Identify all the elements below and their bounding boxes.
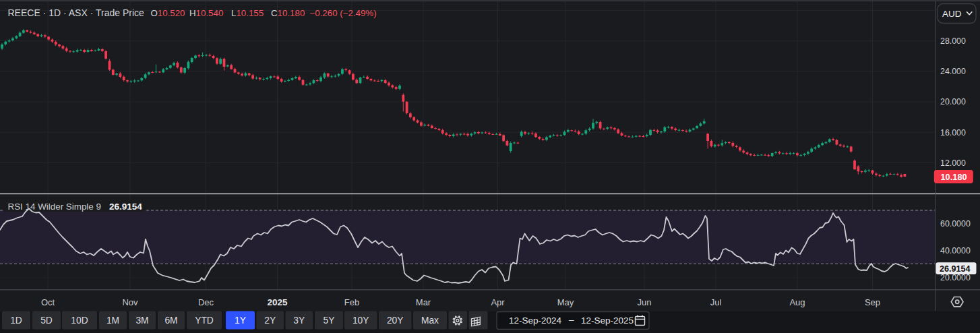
svg-text:16.000: 16.000 (940, 128, 966, 138)
svg-text:Mar: Mar (416, 297, 431, 307)
svg-text:10D: 10D (71, 315, 88, 326)
svg-text:3Y: 3Y (293, 315, 305, 326)
svg-text:20.000: 20.000 (940, 97, 966, 107)
svg-text:Jul: Jul (710, 297, 722, 307)
svg-text:12-Sep-2024: 12-Sep-2024 (509, 315, 562, 326)
svg-text:5Y: 5Y (324, 315, 335, 326)
svg-text:Nov: Nov (122, 297, 138, 307)
svg-text:1D: 1D (10, 315, 22, 326)
svg-text:L10.155: L10.155 (231, 8, 264, 18)
svg-text:C10.180: C10.180 (271, 8, 305, 18)
svg-text:AUD: AUD (942, 9, 962, 19)
svg-text:2025: 2025 (267, 297, 288, 307)
svg-text:2Y: 2Y (264, 315, 276, 326)
svg-text:28.000: 28.000 (940, 36, 966, 46)
svg-text:12-Sep-2025: 12-Sep-2025 (581, 315, 634, 326)
svg-text:Max: Max (421, 315, 439, 326)
svg-text:Apr: Apr (491, 297, 505, 307)
svg-text:O10.520: O10.520 (151, 8, 185, 18)
svg-text:1M: 1M (106, 315, 119, 326)
svg-text:RSI 14 Wilder Simple 9: RSI 14 Wilder Simple 9 (8, 202, 101, 212)
svg-text:–: – (569, 315, 574, 325)
svg-text:1Y: 1Y (235, 315, 246, 326)
svg-text:20Y: 20Y (387, 315, 404, 326)
svg-text:Sep: Sep (865, 297, 880, 307)
svg-text:24.000: 24.000 (940, 67, 966, 76)
svg-text:26.9154: 26.9154 (109, 202, 142, 212)
svg-text:Aug: Aug (789, 297, 805, 307)
svg-text:20.0000: 20.0000 (940, 273, 971, 282)
svg-text:−0.260 (−2.49%): −0.260 (−2.49%) (310, 8, 377, 18)
svg-text:Feb: Feb (344, 297, 359, 307)
svg-text:Oct: Oct (41, 297, 55, 307)
svg-text:Dec: Dec (198, 297, 214, 307)
svg-text:Jun: Jun (638, 297, 652, 307)
svg-text:REECE · 1D · ASX · Trade Price: REECE · 1D · ASX · Trade Price (8, 7, 144, 18)
svg-text:May: May (557, 297, 574, 307)
svg-text:YTD: YTD (195, 315, 214, 326)
svg-text:26.9154: 26.9154 (940, 264, 971, 274)
svg-text:10Y: 10Y (353, 315, 369, 326)
svg-text:6M: 6M (164, 315, 177, 326)
svg-text:3M: 3M (135, 315, 148, 326)
svg-text:60.0000: 60.0000 (940, 219, 971, 229)
svg-text:12.000: 12.000 (940, 158, 966, 168)
svg-text:40.0000: 40.0000 (940, 246, 971, 255)
svg-text:H10.540: H10.540 (189, 8, 223, 18)
svg-text:10.180: 10.180 (941, 172, 967, 182)
svg-text:5D: 5D (40, 315, 53, 326)
